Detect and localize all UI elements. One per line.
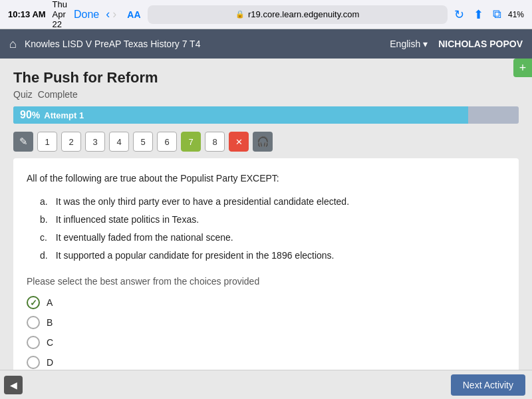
time-display: 10:13 AM — [8, 9, 46, 19]
q-btn-2[interactable]: 2 — [61, 132, 81, 152]
audio-button[interactable]: 🎧 — [253, 132, 273, 152]
question-nav-row: ✎ 1 2 3 4 5 6 7 8 ✕ 🎧 — [13, 132, 519, 152]
language-label: English — [390, 39, 420, 49]
choice-a: a. It was the only third party ever to h… — [27, 195, 505, 209]
date-display: Thu Apr 22 — [53, 0, 67, 29]
page-title: The Push for Reform — [13, 69, 519, 86]
question-text: All of the following are true about the … — [27, 172, 505, 186]
option-d-label: D — [47, 357, 53, 368]
question-panel: All of the following are true about the … — [13, 158, 519, 399]
q-btn-7[interactable]: 7 — [181, 132, 201, 152]
q-btn-1[interactable]: 1 — [37, 132, 57, 152]
chevron-down-icon: ▾ — [423, 39, 428, 49]
user-name: NICHOLAS POPOV — [438, 39, 523, 49]
option-c[interactable]: C — [27, 336, 505, 349]
choice-a-letter: a. — [40, 195, 51, 209]
q-btn-6[interactable]: 6 — [157, 132, 177, 152]
url-bar: 🔒 r19.core.learn.edgenuity.com — [148, 5, 448, 24]
choice-b: b. It influenced state politics in Texas… — [27, 213, 505, 227]
quiz-text: Quiz — [13, 89, 33, 100]
q-btn-3[interactable]: 3 — [85, 132, 105, 152]
choice-c-letter: c. — [40, 231, 51, 245]
percent-sign: % — [32, 110, 40, 120]
edit-button[interactable]: ✎ — [13, 132, 33, 152]
battery-status: 41% — [508, 10, 524, 19]
quiz-label-row: Quiz Complete — [13, 89, 519, 100]
choice-b-letter: b. — [40, 213, 51, 227]
radio-c[interactable] — [27, 336, 40, 349]
radio-d[interactable] — [27, 356, 40, 369]
next-activity-button[interactable]: Next Activity — [451, 374, 525, 396]
browser-actions: ↻ ⬆ ⧉ — [454, 7, 501, 22]
reload-button[interactable]: ↻ — [454, 7, 464, 22]
radio-b[interactable] — [27, 316, 40, 329]
green-plus-button[interactable]: + — [513, 59, 532, 77]
q-btn-4[interactable]: 4 — [109, 132, 129, 152]
course-title: Knowles LISD V PreAP Texas History 7 T4 — [25, 39, 390, 49]
app-navbar: ⌂ Knowles LISD V PreAP Texas History 7 T… — [0, 29, 532, 59]
lock-icon: 🔒 — [235, 10, 245, 19]
choice-d: d. It supported a popular candidate for … — [27, 249, 505, 263]
url-text: r19.core.learn.edgenuity.com — [248, 9, 359, 19]
language-selector[interactable]: English ▾ — [390, 39, 428, 49]
option-b[interactable]: B — [27, 316, 505, 329]
q-btn-9[interactable]: ✕ — [229, 132, 249, 152]
bottom-bar: ◀ Next Activity — [0, 370, 532, 399]
share-button[interactable]: ⬆ — [473, 7, 483, 22]
complete-text: Complete — [38, 89, 78, 100]
sidebar-toggle-button[interactable]: ◀ — [4, 376, 23, 394]
main-content: The Push for Reform Quiz Complete 90 % A… — [0, 59, 532, 399]
browser-bar: 10:13 AM Thu Apr 22 Done ‹ › AA 🔒 r19.co… — [0, 0, 532, 29]
choice-c: c. It eventually faded from the national… — [27, 231, 505, 245]
option-a-label: A — [47, 297, 53, 308]
q-btn-8[interactable]: 8 — [205, 132, 225, 152]
nav-arrows: ‹ › — [106, 7, 116, 21]
option-c-label: C — [47, 337, 53, 348]
option-a[interactable]: A — [27, 296, 505, 309]
progress-percent: 90 — [20, 109, 32, 121]
back-button[interactable]: ‹ — [106, 7, 110, 21]
home-icon[interactable]: ⌂ — [9, 37, 17, 51]
attempt-label: Attempt 1 — [44, 110, 84, 120]
done-button[interactable]: Done — [74, 9, 99, 21]
q-btn-5[interactable]: 5 — [133, 132, 153, 152]
choice-d-letter: d. — [40, 249, 51, 263]
progress-bar: 90 % Attempt 1 — [13, 106, 468, 124]
aa-button[interactable]: AA — [127, 9, 140, 20]
bookmark-button[interactable]: ⧉ — [493, 7, 501, 21]
option-b-label: B — [47, 317, 53, 328]
select-prompt: Please select the best answer from the c… — [27, 276, 505, 287]
option-d[interactable]: D — [27, 356, 505, 369]
radio-a[interactable] — [27, 296, 40, 309]
progress-container: 90 % Attempt 1 — [13, 106, 519, 124]
forward-button[interactable]: › — [112, 7, 116, 21]
